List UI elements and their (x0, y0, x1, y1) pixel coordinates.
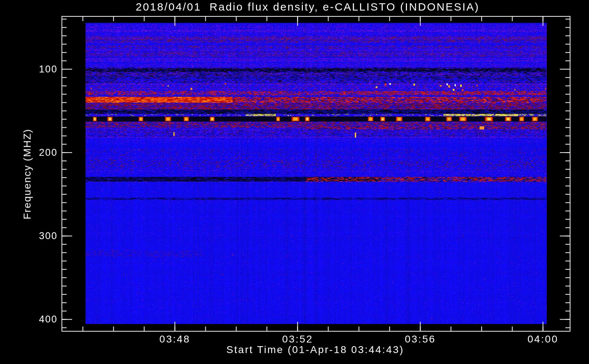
x-tick-label: 03:52 (282, 333, 313, 345)
y-tick-label: 400 (17, 314, 58, 325)
y-tick-label: 300 (17, 230, 58, 242)
x-tick-label: 03:56 (405, 333, 436, 345)
radio-spectrogram-page: { "window": { "background": "#000000", "… (0, 0, 589, 364)
y-tick-label: 100 (17, 64, 58, 75)
x-tick-label: 04:00 (527, 333, 558, 345)
chart-title: 2018/04/01 Radio flux density, e-CALLIST… (136, 1, 480, 13)
x-tick-label: 03:48 (159, 333, 190, 345)
y-axis-label: Frequency (MHZ) (21, 128, 33, 219)
spectrogram-canvas (0, 0, 589, 364)
x-axis-label: Start Time (01-Apr-18 03:44:43) (226, 344, 404, 356)
y-tick-label: 200 (17, 147, 58, 158)
